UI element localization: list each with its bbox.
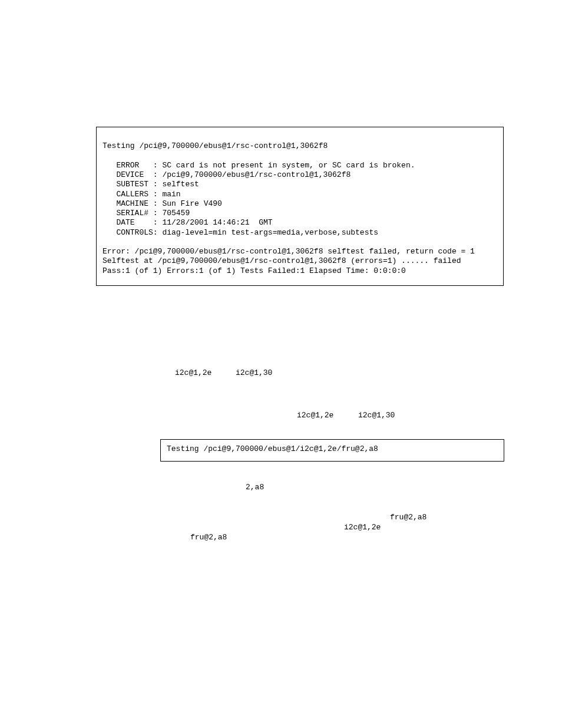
code-text-2: Testing /pci@9,700000/ebus@1/i2c@1,2e/fr… [161,440,504,459]
inline-code-2a8: 2,a8 [246,483,264,492]
code-text: Testing /pci@9,700000/ebus@1/rsc-control… [97,127,503,281]
inline-code-i2c-2e-2: i2c@1,2e [297,411,333,420]
code-block-testing-path: Testing /pci@9,700000/ebus@1/i2c@1,2e/fr… [160,439,504,462]
inline-code-fru-2a8-2: fru@2,a8 [190,533,227,542]
inline-code-i2c-30-2: i2c@1,30 [358,411,395,420]
inline-code-fru-2a8: fru@2,a8 [390,513,427,522]
code-block-error-output: Testing /pci@9,700000/ebus@1/rsc-control… [96,127,504,286]
inline-code-i2c-30: i2c@1,30 [236,368,272,377]
inline-code-i2c-2e-3: i2c@1,2e [344,523,381,532]
inline-code-i2c-2e: i2c@1,2e [175,368,211,377]
